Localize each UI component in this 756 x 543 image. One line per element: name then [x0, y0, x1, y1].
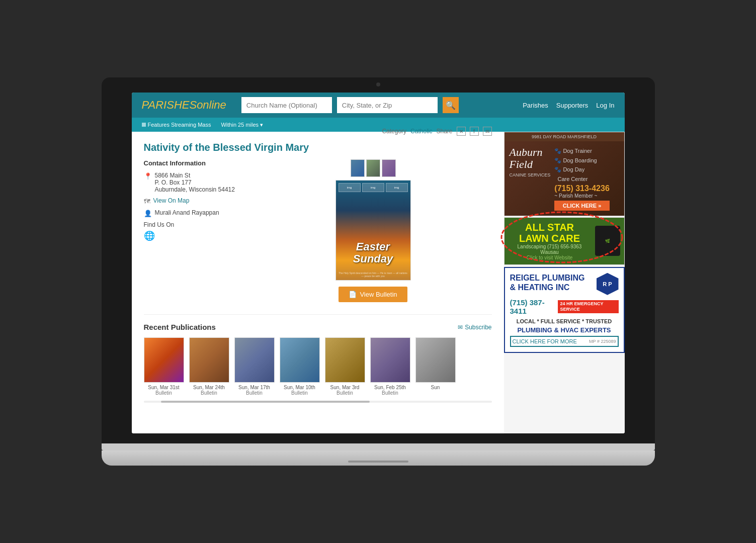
pub-thumb-1[interactable] — [144, 337, 184, 383]
sub-bar: Features Streaming Mass Within 25 miles … — [132, 118, 625, 132]
nav-login[interactable]: Log In — [596, 102, 614, 109]
pub-label-5: Bulletin — [325, 390, 365, 396]
screen-bezel: PARISHESonline 🔍 Parishes Supporters Log… — [102, 77, 655, 443]
share-x-icon[interactable]: ✕ — [457, 127, 466, 136]
miles-filter[interactable]: Within 25 miles ▾ — [221, 122, 263, 128]
plumbing-cta-label: CLICK HERE FOR MORE — [513, 338, 577, 344]
subscribe-label: Subscribe — [465, 324, 491, 331]
lawn-care-ad[interactable]: ALL STAR LAWN CARE Landscaping (715) 656… — [504, 217, 625, 265]
list-item: Sun, Mar 31st Bulletin — [144, 337, 184, 396]
content-row: Contact Information 📍 5866 Main St P. O.… — [144, 159, 492, 302]
laptop-frame: PARISHESonline 🔍 Parishes Supporters Log… — [102, 77, 655, 466]
lawn-cta[interactable]: Click to visit Website — [509, 255, 591, 260]
pub-date-7: Sun — [415, 385, 456, 390]
screen: PARISHESonline 🔍 Parishes Supporters Log… — [132, 93, 625, 433]
nav-supporters[interactable]: Supporters — [556, 102, 589, 109]
share-email-icon[interactable]: ✉ — [483, 127, 492, 136]
search-button[interactable]: 🔍 — [443, 97, 459, 113]
contact-person: Murali Anand Rayappan — [155, 209, 219, 216]
publications-section: Recent Publications ✉ Subscribe Sun, Mar… — [144, 314, 492, 403]
share-facebook-icon[interactable]: f — [470, 127, 479, 136]
mini-bulletin-2 — [366, 159, 380, 177]
search-church-input[interactable] — [241, 97, 332, 113]
lawn-image: 🌿 — [595, 226, 620, 256]
pub-thumb-4[interactable] — [280, 337, 320, 383]
category-label: Category — [382, 128, 406, 135]
bulletin-footer-text: The Holy Spirit descended on him — He is… — [338, 272, 408, 278]
plumbing-tagline: LOCAL * FULL SERVICE * TRUSTED — [510, 318, 619, 324]
laptop-hinge — [102, 443, 655, 450]
mini-bulletin-1 — [351, 159, 365, 177]
location-icon: 📍 — [144, 172, 152, 180]
mini-bulletin-3 — [382, 159, 396, 177]
lawn-care-ad-wrapper: ALL STAR LAWN CARE Landscaping (715) 656… — [504, 217, 625, 266]
contact-section-title: Contact Information — [144, 159, 244, 167]
subscribe-button[interactable]: ✉ Subscribe — [458, 324, 491, 331]
category-share-row: Category Catholic Share ✕ f ✉ — [382, 127, 491, 136]
list-item: Sun, Feb 25th Bulletin — [370, 337, 410, 396]
left-panel: Category Catholic Share ✕ f ✉ Nativity o… — [132, 132, 504, 433]
list-item: Sun, Mar 10th Bulletin — [280, 337, 320, 396]
auburn-name-line1: Auburn Field — [510, 146, 551, 170]
bulletin-title-overlay: Easter Sunday — [336, 241, 410, 265]
search-location-input[interactable] — [337, 97, 438, 113]
person-icon: 👤 — [144, 210, 152, 217]
plumbing-cta-button[interactable]: CLICK HERE FOR MORE MP # 225089 — [510, 336, 619, 347]
contact-section: Contact Information 📍 5866 Main St P. O.… — [144, 159, 244, 302]
nav-parishes[interactable]: Parishes — [523, 102, 548, 109]
right-ads-panel: 9981 DAY ROAD MARSHFIELD Auburn Field CA… — [504, 132, 625, 433]
pub-date-3: Sun, Mar 17th — [234, 385, 275, 390]
plumbing-ad[interactable]: REIGEL PLUMBING & HEATING INC R P (715) … — [504, 267, 625, 353]
plumbing-phone: (715) 387-3411 — [510, 298, 555, 315]
pub-label-1: Bulletin — [144, 390, 184, 396]
pub-label-6: Bulletin — [370, 390, 410, 396]
pub-thumb-2[interactable] — [189, 337, 229, 383]
view-bulletin-label: View Bulletin — [360, 291, 397, 298]
bulletin-header-img-2: img — [362, 183, 384, 192]
person-item: 👤 Murali Anand Rayappan — [144, 209, 244, 217]
plumbing-services: PLUMBING & HVAC EXPERTS — [510, 326, 619, 334]
category-value[interactable]: Catholic — [410, 128, 432, 135]
streaming-dot — [142, 123, 146, 127]
auburn-cta-button[interactable]: CLICK HERE » — [554, 201, 609, 211]
auburn-parish-member: ~ Parish Member ~ — [554, 193, 609, 199]
auburn-services: 🐾 Dog Trainer🐾 Dog Boarding🐾 Dog Day Car… — [554, 146, 609, 184]
find-us-label: Find Us On — [144, 221, 244, 228]
bulletin-header-img-3: img — [386, 183, 408, 192]
pub-label-4: Bulletin — [280, 390, 320, 396]
view-on-map-link[interactable]: View On Map — [153, 197, 190, 204]
pub-date-2: Sun, Mar 24th — [189, 385, 229, 390]
scrollbar-thumb[interactable] — [161, 401, 370, 403]
pub-thumb-6[interactable] — [370, 337, 410, 383]
laptop-base — [102, 450, 655, 466]
list-item: Sun, Mar 24th Bulletin — [189, 337, 229, 396]
plumbing-title-line1: REIGEL PLUMBING — [510, 273, 593, 283]
globe-icon[interactable]: 🌐 — [144, 230, 244, 241]
address-item: 📍 5866 Main St P. O. Box 177 Auburndale,… — [144, 172, 244, 193]
list-item: Sun — [415, 337, 456, 396]
pub-thumb-7[interactable] — [415, 337, 456, 383]
lawn-subtitle: Landscaping (715) 656-9363 Wausau — [509, 244, 591, 255]
bulletin-title-line2: Sunday — [336, 253, 410, 265]
map-item: 🗺 View On Map — [144, 197, 244, 205]
view-bulletin-button[interactable]: 📄 View Bulletin — [339, 287, 407, 302]
pub-date-5: Sun, Mar 3rd — [325, 385, 365, 390]
camera — [376, 82, 380, 86]
list-item: Sun, Mar 3rd Bulletin — [325, 337, 365, 396]
auburn-left: Auburn Field CANINE SERVICES — [510, 146, 551, 177]
logo-parishes: PARISHES — [142, 99, 197, 111]
bulletin-title-line1: Easter — [336, 241, 410, 253]
pub-thumb-5[interactable] — [325, 337, 365, 383]
pub-thumb-3[interactable] — [234, 337, 275, 383]
streaming-filter[interactable]: Features Streaming Mass — [142, 122, 211, 128]
lawn-content: ALL STAR LAWN CARE Landscaping (715) 656… — [509, 222, 620, 260]
main-content: Category Catholic Share ✕ f ✉ Nativity o… — [132, 132, 625, 433]
logo: PARISHESonline — [142, 99, 226, 112]
pub-label-2: Bulletin — [189, 390, 229, 396]
pub-date-6: Sun, Feb 25th — [370, 385, 410, 390]
publications-header: Recent Publications ✉ Subscribe — [144, 323, 492, 331]
map-icon: 🗺 — [144, 198, 150, 205]
subscribe-icon: ✉ — [458, 324, 463, 331]
miles-label: Within 25 miles — [221, 122, 259, 128]
auburn-field-ad[interactable]: 9981 DAY ROAD MARSHFIELD Auburn Field CA… — [504, 132, 625, 216]
